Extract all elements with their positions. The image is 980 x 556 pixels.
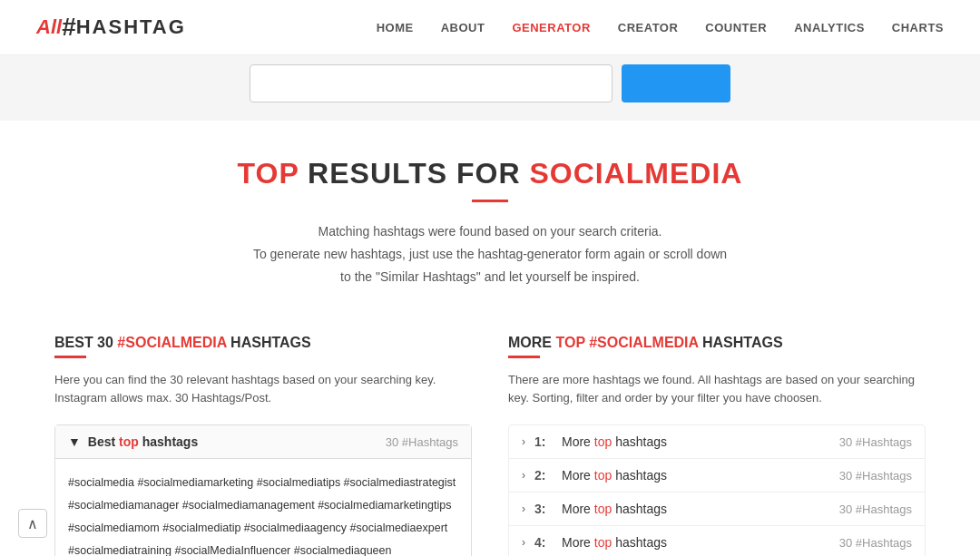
right-title-highlight1: TOP [555,335,584,350]
results-title: TOP RESULTS FOR SOCIALMEDIA [18,157,962,190]
chevron-right-icon: › [522,502,525,515]
right-section-underline [508,356,540,358]
hashtag-accordion: ▼ Best top hashtags 30 #Hashtags #social… [54,424,472,556]
row-label-prefix: More [562,434,594,449]
row-count: 30 #Hashtags [839,469,912,483]
left-section-desc: Here you can find the 30 relevant hashta… [54,371,472,409]
row-count-num: 30 [839,435,852,449]
right-column: MORE TOP #SOCIALMEDIA HASHTAGS There are… [508,335,926,556]
row-label-highlight: top [594,434,612,449]
row-num: 2: [534,468,553,483]
chevron-right-icon: › [522,536,525,549]
row-count-label: #Hashtags [856,435,912,449]
accordion-count: 30 #Hashtags [386,435,458,449]
left-section-underline [54,356,86,358]
row-count-label: #Hashtags [856,536,912,550]
results-title-keyword: SOCIALMEDIA [529,157,742,190]
row-label-suffix: hashtags [612,502,667,516]
row-num: 3: [534,502,553,516]
nav-counter[interactable]: COUNTER [705,21,767,34]
desc-line1: Matching hashtags were found based on yo… [318,224,662,239]
logo-all: All [36,15,62,39]
accordion-body: #socialmedia #socialmediamarketing #soci… [55,459,471,556]
accordion-header-left: ▼ Best top hashtags [68,434,198,449]
nav-analytics[interactable]: ANALYTICS [794,21,865,34]
results-header: TOP RESULTS FOR SOCIALMEDIA Matching has… [0,121,980,307]
scroll-to-top-button[interactable]: ∧ [18,509,47,538]
chevron-right-icon: › [522,469,525,482]
chevron-right-icon: › [522,435,525,448]
accordion-label-suffix: hashtags [139,434,198,449]
accordion-count-label: #Hashtags [402,435,458,449]
row-label-prefix: More [562,535,594,550]
row-count: 30 #Hashtags [839,435,912,449]
row-left: › 3: More top hashtags [522,502,667,516]
desc-line2: To generate new hashtags, just use the h… [253,247,727,261]
top-banner [0,55,980,121]
row-label-prefix: More [562,468,594,483]
left-section-title: BEST 30 #SOCIALMEDIA HASHTAGS [54,335,472,351]
logo[interactable]: All # HASHTAG [36,13,186,42]
accordion-label: Best top hashtags [88,434,198,449]
row-label-prefix: More [562,502,594,516]
row-count: 30 #Hashtags [839,536,912,550]
results-title-top: TOP [238,157,299,190]
row-count-label: #Hashtags [856,469,912,483]
title-underline [472,200,508,202]
right-section-title: MORE TOP #SOCIALMEDIA HASHTAGS [508,335,926,351]
row-label: More top hashtags [562,468,667,483]
accordion-header[interactable]: ▼ Best top hashtags 30 #Hashtags [55,425,471,459]
main-nav: HOME ABOUT GENERATOR CREATOR COUNTER ANA… [377,21,944,34]
accordion-label-highlight: top [119,434,139,449]
left-title-highlight: #SOCIALMEDIA [117,335,226,350]
nav-generator[interactable]: GENERATOR [512,21,590,34]
hashtag-table: › 1: More top hashtags 30 #Hashtags › 2:… [508,424,926,556]
row-left: › 4: More top hashtags [522,535,667,550]
desc-line3: to the "Similar Hashtags" and let yourse… [340,269,640,284]
chevron-down-icon: ▼ [68,434,81,449]
table-row[interactable]: › 1: More top hashtags 30 #Hashtags [509,425,925,459]
logo-tag: HASHTAG [76,15,186,39]
nav-charts[interactable]: CHARTS [892,21,944,34]
table-row[interactable]: › 3: More top hashtags 30 #Hashtags [509,493,925,526]
search-button-placeholder [622,64,730,102]
search-bar-container [250,64,730,102]
row-label: More top hashtags [562,434,667,449]
row-label-suffix: hashtags [612,535,667,550]
left-column: BEST 30 #SOCIALMEDIA HASHTAGS Here you c… [54,335,472,556]
two-column-layout: BEST 30 #SOCIALMEDIA HASHTAGS Here you c… [0,307,980,556]
row-left: › 1: More top hashtags [522,434,667,449]
left-title-end: HASHTAGS [227,335,311,350]
right-title-end: HASHTAGS [699,335,783,350]
row-count-label: #Hashtags [856,502,912,516]
right-title-plain: MORE [508,335,555,350]
hashtag-list: #socialmedia #socialmediamarketing #soci… [68,476,456,556]
row-count-num: 30 [839,502,852,516]
row-label-highlight: top [594,502,612,516]
accordion-count-num: 30 [386,435,398,449]
logo-hash: # [62,13,76,42]
row-left: › 2: More top hashtags [522,468,667,483]
nav-creator[interactable]: CREATOR [618,21,679,34]
row-label-suffix: hashtags [612,434,667,449]
results-title-middle: RESULTS FOR [299,157,529,190]
row-label-highlight: top [594,535,612,550]
row-num: 1: [534,434,553,449]
nav-home[interactable]: HOME [377,21,414,34]
site-header: All # HASHTAG HOME ABOUT GENERATOR CREAT… [0,0,980,55]
scroll-up-icon: ∧ [27,515,38,532]
search-input-placeholder [250,64,612,102]
row-label-highlight: top [594,468,612,483]
nav-about[interactable]: ABOUT [441,21,485,34]
row-count-num: 30 [839,536,852,550]
right-title-highlight2: #SOCIALMEDIA [585,335,699,350]
row-label-suffix: hashtags [612,468,667,483]
row-label: More top hashtags [562,535,667,550]
results-desc: Matching hashtags were found based on yo… [18,220,962,289]
table-row[interactable]: › 4: More top hashtags 30 #Hashtags [509,526,925,556]
row-label: More top hashtags [562,502,667,516]
accordion-label-prefix: Best [88,434,119,449]
row-num: 4: [534,535,553,550]
table-row[interactable]: › 2: More top hashtags 30 #Hashtags [509,459,925,493]
left-title-plain: BEST 30 [54,335,117,350]
